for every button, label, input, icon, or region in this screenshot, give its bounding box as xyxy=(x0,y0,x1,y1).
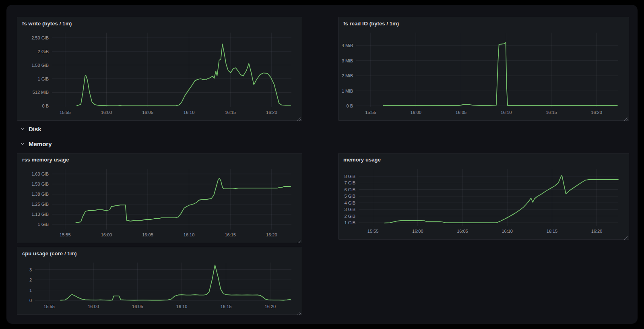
svg-text:16:10: 16:10 xyxy=(176,304,188,309)
svg-text:16:05: 16:05 xyxy=(132,304,143,309)
grafana-dashboard-screenshot: { "theme": { "page_bg": "#000000", "canv… xyxy=(0,0,644,329)
svg-text:16:20: 16:20 xyxy=(591,229,603,234)
chart-fs-read-io[interactable]: 15:5516:0016:0516:1016:1516:200 B1 MiB2 … xyxy=(342,29,625,118)
svg-text:16:05: 16:05 xyxy=(142,232,153,237)
svg-text:16:00: 16:00 xyxy=(410,110,421,115)
svg-text:16:10: 16:10 xyxy=(501,110,512,115)
panel-fs-read-io: fs read IO (bytes / 1m) 15:5516:0016:051… xyxy=(338,17,629,121)
svg-text:16:00: 16:00 xyxy=(101,232,112,237)
panel-cpu-usage: cpu usage (core / 1m) 15:5516:0016:0516:… xyxy=(17,247,302,315)
svg-text:15:55: 15:55 xyxy=(367,229,379,234)
svg-text:1 GiB: 1 GiB xyxy=(344,220,355,225)
series-line xyxy=(76,178,291,223)
svg-text:6 GiB: 6 GiB xyxy=(344,187,355,192)
svg-text:1.50 GiB: 1.50 GiB xyxy=(31,182,49,186)
svg-text:7 GiB: 7 GiB xyxy=(344,180,355,185)
svg-text:1.13 GiB: 1.13 GiB xyxy=(31,212,49,217)
svg-text:1.25 GiB: 1.25 GiB xyxy=(31,202,49,207)
svg-text:15:55: 15:55 xyxy=(365,110,376,115)
resize-handle-icon[interactable] xyxy=(624,116,628,120)
svg-text:15:55: 15:55 xyxy=(60,110,71,115)
resize-handle-icon[interactable] xyxy=(624,234,628,238)
svg-text:16:00: 16:00 xyxy=(101,110,112,115)
series-line xyxy=(61,265,291,300)
axis-tick-labels: 15:5516:0016:0516:1016:1516:200 B512 MiB… xyxy=(31,35,277,115)
svg-text:16:10: 16:10 xyxy=(184,232,195,237)
row-header-disk[interactable]: Disk xyxy=(20,124,41,134)
panel-title[interactable]: cpu usage (core / 1m) xyxy=(17,247,302,257)
resize-handle-icon[interactable] xyxy=(297,116,301,120)
svg-text:16:15: 16:15 xyxy=(221,304,232,309)
svg-text:0: 0 xyxy=(29,298,32,303)
grid-lines xyxy=(359,169,618,226)
svg-text:16:10: 16:10 xyxy=(502,229,513,234)
panel-title[interactable]: rss memory usage xyxy=(17,153,302,163)
svg-text:2: 2 xyxy=(29,277,32,282)
svg-text:16:20: 16:20 xyxy=(266,232,277,237)
chart-memory-usage[interactable]: 15:5516:0016:0516:1016:1516:201 GiB2 GiB… xyxy=(342,166,625,237)
svg-text:2 GiB: 2 GiB xyxy=(37,49,49,54)
svg-text:16:20: 16:20 xyxy=(266,110,277,115)
chevron-down-icon xyxy=(20,126,25,131)
svg-text:16:20: 16:20 xyxy=(265,304,276,309)
svg-text:16:10: 16:10 xyxy=(184,110,195,115)
svg-text:5 GiB: 5 GiB xyxy=(344,194,355,199)
svg-text:3: 3 xyxy=(29,267,32,272)
panel-fs-write: fs write (bytes / 1m) 15:5516:0016:0516:… xyxy=(17,17,302,121)
svg-text:16:15: 16:15 xyxy=(547,229,558,234)
svg-text:3 MiB: 3 MiB xyxy=(342,58,353,63)
svg-text:15:55: 15:55 xyxy=(43,304,55,309)
panel-title[interactable]: fs write (bytes / 1m) xyxy=(17,17,302,27)
svg-text:4 GiB: 4 GiB xyxy=(344,201,355,205)
panel-title[interactable]: fs read IO (bytes / 1m) xyxy=(339,17,629,27)
chart-fs-write[interactable]: 15:5516:0016:0516:1016:1516:200 B512 MiB… xyxy=(21,29,299,118)
svg-text:16:20: 16:20 xyxy=(591,110,602,115)
svg-text:16:05: 16:05 xyxy=(456,110,467,115)
resize-handle-icon[interactable] xyxy=(297,238,301,242)
resize-handle-icon[interactable] xyxy=(297,310,301,314)
chevron-down-icon xyxy=(20,141,25,146)
series-line xyxy=(77,44,291,106)
svg-text:1 GiB: 1 GiB xyxy=(37,222,49,227)
svg-text:15:55: 15:55 xyxy=(60,232,71,237)
svg-text:16:15: 16:15 xyxy=(225,110,236,115)
svg-text:8 GiB: 8 GiB xyxy=(344,174,355,179)
svg-text:16:00: 16:00 xyxy=(88,304,99,309)
series-line xyxy=(385,175,619,223)
axis-tick-labels: 15:5516:0016:0516:1016:1516:200 B1 MiB2 … xyxy=(342,43,602,115)
svg-text:1 GiB: 1 GiB xyxy=(37,77,49,81)
row-header-label: Memory xyxy=(29,141,52,147)
row-header-label: Disk xyxy=(29,126,41,132)
svg-text:2.50 GiB: 2.50 GiB xyxy=(31,35,49,40)
series-line xyxy=(383,43,617,106)
svg-text:1.63 GiB: 1.63 GiB xyxy=(31,172,49,176)
svg-text:0 B: 0 B xyxy=(346,103,353,108)
grid-lines xyxy=(52,169,291,230)
panel-memory-usage: memory usage 15:5516:0016:0516:1016:1516… xyxy=(338,153,629,240)
chart-cpu-usage[interactable]: 15:5516:0016:0516:1016:1516:200123 xyxy=(21,259,299,312)
svg-text:16:05: 16:05 xyxy=(457,229,468,234)
svg-text:4 MiB: 4 MiB xyxy=(342,43,353,48)
dashboard-canvas: fs write (bytes / 1m) 15:5516:0016:0516:… xyxy=(6,5,638,324)
grid-lines xyxy=(356,33,618,107)
svg-text:1: 1 xyxy=(29,288,32,293)
svg-text:16:15: 16:15 xyxy=(546,110,557,115)
svg-text:512 MiB: 512 MiB xyxy=(33,90,49,95)
svg-text:2 MiB: 2 MiB xyxy=(342,73,353,78)
svg-text:1.50 GiB: 1.50 GiB xyxy=(31,63,49,68)
svg-text:16:05: 16:05 xyxy=(142,110,153,115)
grid-lines xyxy=(52,33,291,107)
svg-text:3 GiB: 3 GiB xyxy=(344,207,355,212)
svg-text:1 MiB: 1 MiB xyxy=(342,89,353,93)
panel-rss-memory-usage: rss memory usage 15:5516:0016:0516:1016:… xyxy=(17,153,302,243)
svg-text:0 B: 0 B xyxy=(42,103,49,108)
svg-text:2 GiB: 2 GiB xyxy=(344,214,355,219)
panel-title[interactable]: memory usage xyxy=(339,153,629,163)
svg-text:16:00: 16:00 xyxy=(412,229,423,234)
chart-rss-memory-usage[interactable]: 15:5516:0016:0516:1016:1516:201 GiB1.13 … xyxy=(21,166,299,240)
axis-tick-labels: 15:5516:0016:0516:1016:1516:200123 xyxy=(29,267,276,309)
svg-text:1.38 GiB: 1.38 GiB xyxy=(31,192,49,197)
row-header-memory[interactable]: Memory xyxy=(20,139,52,149)
svg-text:16:15: 16:15 xyxy=(225,232,236,237)
